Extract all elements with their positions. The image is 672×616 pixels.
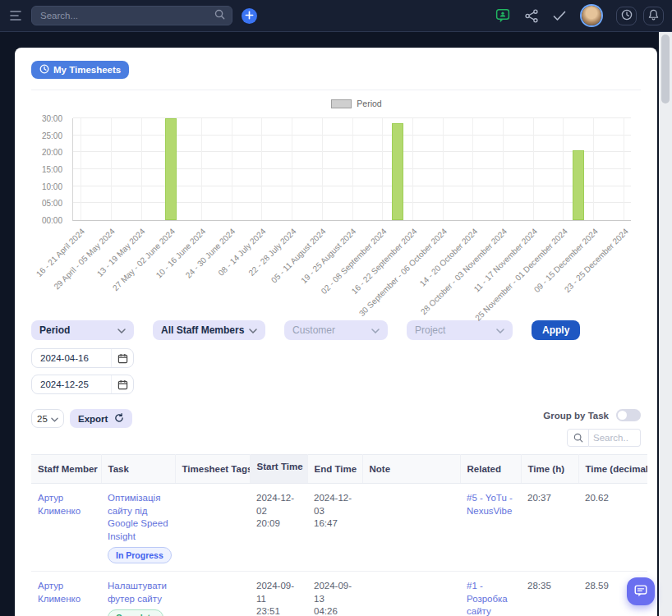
end-time-cell: 2024-09-1304:26 xyxy=(307,572,362,616)
date-to-field xyxy=(31,375,134,394)
y-tick-label: 15:00 xyxy=(42,165,62,174)
task-link[interactable]: Оптимізація сайту під Google Speed Insig… xyxy=(108,493,168,541)
chart-legend: Period xyxy=(31,99,641,108)
col-related[interactable]: Related xyxy=(460,455,521,484)
chart-bar xyxy=(392,123,403,220)
staff-link[interactable]: Артур Клименко xyxy=(38,581,81,604)
table-row: Артур Клименко Налаштувати футер сайту C… xyxy=(31,572,647,616)
notifications-button[interactable] xyxy=(643,7,664,25)
date-from-input[interactable] xyxy=(32,353,111,363)
v-gridline xyxy=(261,118,262,220)
end-time-cell: 2024-12-0316:47 xyxy=(307,484,362,572)
avatar[interactable] xyxy=(582,6,601,25)
my-timesheets-button[interactable]: My Timesheets xyxy=(31,61,129,79)
table-search xyxy=(567,429,641,447)
v-gridline xyxy=(412,118,413,220)
apply-button[interactable]: Apply xyxy=(532,320,580,340)
messages-icon[interactable] xyxy=(495,8,510,24)
date-range xyxy=(31,348,641,394)
v-gridline xyxy=(382,118,383,220)
calendar-icon[interactable] xyxy=(111,349,133,367)
status-badge: Complete xyxy=(108,609,163,616)
y-tick-label: 00:00 xyxy=(42,216,62,225)
col-time-h[interactable]: Time (h) xyxy=(521,455,578,484)
table-header-row: Staff Member Task Timesheet Tags Start T… xyxy=(31,455,647,484)
col-note[interactable]: Note xyxy=(362,455,460,484)
export-button[interactable]: Export xyxy=(70,409,132,428)
chat-bubble-icon xyxy=(633,583,648,600)
time-decimal-cell: 20.62 xyxy=(578,484,647,572)
v-gridline xyxy=(352,118,353,220)
toggle-knob xyxy=(618,411,627,420)
col-staff-member[interactable]: Staff Member xyxy=(31,455,101,484)
start-time-cell: 2024-09-1123:51 xyxy=(250,572,307,616)
date-to-input[interactable] xyxy=(32,379,111,389)
chart-bar xyxy=(573,150,584,220)
clock-icon xyxy=(39,64,49,76)
chevron-down-icon xyxy=(496,324,504,336)
share-icon[interactable] xyxy=(525,9,538,23)
top-bar xyxy=(0,0,672,32)
bell-icon xyxy=(648,9,659,23)
my-timesheets-label: My Timesheets xyxy=(53,65,121,75)
time-tracker-button[interactable] xyxy=(616,7,637,25)
customer-filter[interactable]: Customer xyxy=(284,320,388,340)
chart-x-axis: 16 - 21 April 202429 April - 05 May 2024… xyxy=(72,223,631,309)
col-start-time[interactable]: Start Time xyxy=(250,455,307,484)
chat-widget-button[interactable] xyxy=(627,577,655,605)
chart-y-axis: 00:0005:0010:0015:0020:0025:0030:00 xyxy=(31,118,67,220)
y-tick-label: 10:00 xyxy=(42,182,62,191)
check-icon[interactable] xyxy=(553,11,566,21)
global-search xyxy=(31,6,232,25)
add-button[interactable] xyxy=(242,8,257,24)
staff-link[interactable]: Артур Клименко xyxy=(38,493,81,516)
col-end-time[interactable]: End Time xyxy=(307,455,362,484)
group-by-task-toggle[interactable] xyxy=(616,409,641,421)
task-link[interactable]: Налаштувати футер сайту xyxy=(108,581,167,604)
v-gridline xyxy=(322,118,323,220)
v-gridline xyxy=(292,118,292,220)
col-task[interactable]: Task xyxy=(101,455,175,484)
chevron-down-icon xyxy=(51,414,58,424)
y-tick-label: 30:00 xyxy=(42,114,62,123)
v-gridline xyxy=(472,118,473,220)
col-time-decimal[interactable]: Time (decimal) xyxy=(578,455,647,484)
v-gridline xyxy=(563,118,564,220)
timesheets-table: Staff Member Task Timesheet Tags Start T… xyxy=(31,454,647,616)
chevron-down-icon xyxy=(117,324,126,336)
v-gridline xyxy=(81,118,81,220)
v-gridline xyxy=(443,118,444,220)
time-h-cell: 20:37 xyxy=(521,484,578,572)
staff-filter[interactable]: All Staff Members xyxy=(153,320,265,340)
note-cell xyxy=(362,572,460,616)
project-filter[interactable]: Project xyxy=(407,320,513,340)
calendar-icon[interactable] xyxy=(111,375,133,393)
timesheets-card: My Timesheets Period 00:0005:0010:0015:0… xyxy=(15,48,657,616)
v-gridline xyxy=(141,118,142,220)
period-filter[interactable]: Period xyxy=(31,320,134,340)
search-icon[interactable] xyxy=(567,429,589,447)
related-link[interactable]: #5 - YoTu - NexusVibe xyxy=(467,493,513,516)
table-search-input[interactable] xyxy=(589,429,641,447)
global-search-input[interactable] xyxy=(39,10,214,21)
v-gridline xyxy=(533,118,534,220)
timesheet-chart: Period 00:0005:0010:0015:0020:0025:0030:… xyxy=(31,99,641,309)
refresh-icon xyxy=(114,413,124,425)
scrollbar-thumb[interactable] xyxy=(661,34,670,103)
time-h-cell: 28:35 xyxy=(521,572,578,616)
tags-cell xyxy=(175,572,250,616)
related-link[interactable]: #1 - Розробка сайту UkrFix - UkrFix xyxy=(467,581,508,616)
tags-cell xyxy=(175,484,250,572)
filter-row: Period All Staff Members Customer Projec… xyxy=(31,320,641,340)
group-by-task-label: Group by Task xyxy=(543,411,609,421)
timesheet-table-body: Артур Клименко Оптимізація сайту під Goo… xyxy=(31,484,647,616)
divider xyxy=(31,90,641,90)
search-icon xyxy=(214,8,225,23)
menu-icon[interactable] xyxy=(10,8,25,23)
page-scrollbar[interactable] xyxy=(659,32,672,616)
chevron-down-icon xyxy=(371,324,380,336)
list-controls: 25 Export Group by Task xyxy=(31,409,641,447)
page-size-select[interactable]: 25 xyxy=(31,409,64,428)
col-timesheet-tags[interactable]: Timesheet Tags xyxy=(175,455,250,484)
legend-swatch xyxy=(331,99,352,108)
